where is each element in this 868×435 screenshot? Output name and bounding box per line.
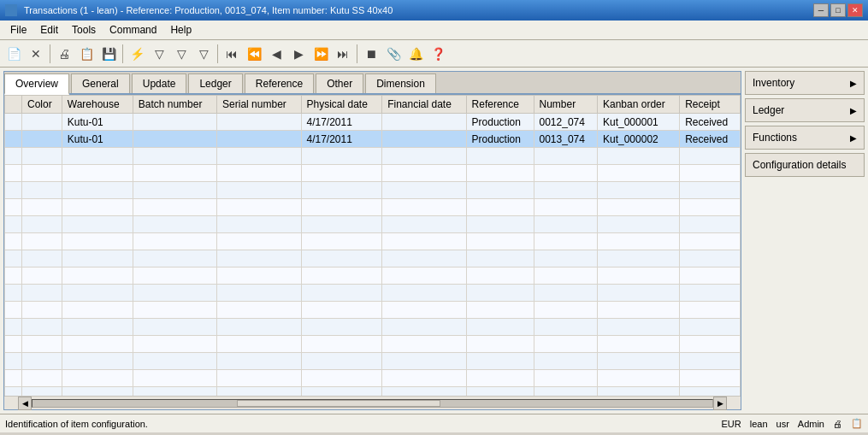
empty-cell	[5, 370, 22, 387]
col-warehouse[interactable]: Warehouse	[62, 96, 133, 114]
tb-printprev[interactable]: 📋	[76, 44, 97, 64]
ledger-button[interactable]: Ledger ▶	[745, 98, 865, 122]
functions-button[interactable]: Functions ▶	[745, 126, 865, 150]
window-title: Transactions (1 - lean) - Reference: Pro…	[24, 5, 393, 15]
status-currency: EUR	[722, 419, 741, 429]
tb-prev-page[interactable]: ⏪	[244, 44, 264, 64]
tb-stop[interactable]: ⏹	[361, 44, 381, 64]
empty-cell	[22, 319, 62, 336]
col-number[interactable]: Number	[534, 96, 597, 114]
app-icon	[5, 4, 17, 16]
empty-cell	[680, 199, 741, 216]
empty-cell	[22, 182, 62, 199]
cell-value	[382, 131, 466, 148]
empty-cell	[680, 250, 741, 267]
empty-cell	[62, 353, 133, 370]
empty-cell	[5, 353, 22, 370]
table-row-empty	[5, 233, 741, 250]
empty-cell	[22, 233, 62, 250]
col-fin-date[interactable]: Financial date	[382, 96, 466, 114]
tab-other[interactable]: Other	[316, 73, 363, 93]
tb-alert[interactable]: 🔔	[405, 44, 426, 64]
empty-cell	[534, 353, 597, 370]
empty-cell	[598, 233, 680, 250]
tb-help[interactable]: ❓	[428, 44, 448, 64]
empty-cell	[5, 250, 22, 267]
tb-filter2[interactable]: ▽	[149, 44, 169, 64]
col-serial[interactable]: Serial number	[217, 96, 301, 114]
col-batch[interactable]: Batch number	[133, 96, 216, 114]
scroll-left[interactable]: ◀	[18, 397, 32, 410]
scrollbar-thumb[interactable]	[237, 400, 441, 407]
empty-cell	[22, 336, 62, 353]
tb-attach[interactable]: 📎	[383, 44, 404, 64]
tab-dimension[interactable]: Dimension	[365, 73, 436, 93]
col-color[interactable]: Color	[22, 96, 62, 114]
empty-cell	[22, 387, 62, 397]
menu-help[interactable]: Help	[163, 22, 198, 38]
empty-cell	[5, 165, 22, 182]
tb-filter4[interactable]: ▽	[193, 44, 214, 64]
empty-cell	[466, 370, 534, 387]
tab-reference[interactable]: Reference	[245, 73, 314, 93]
menu-tools[interactable]: Tools	[65, 22, 103, 38]
tab-ledger[interactable]: Ledger	[188, 73, 242, 93]
empty-cell	[133, 148, 216, 165]
table-row[interactable]: Kutu-014/17/2011Production0012_074Kut_00…	[5, 114, 741, 131]
empty-cell	[466, 216, 534, 233]
empty-cell	[598, 182, 680, 199]
empty-cell	[382, 250, 466, 267]
empty-cell	[301, 285, 382, 302]
empty-cell	[382, 165, 466, 182]
scrollbar-track[interactable]	[32, 399, 713, 408]
tb-prev[interactable]: ◀	[266, 44, 286, 64]
menu-file[interactable]: File	[3, 22, 33, 38]
col-phys-date[interactable]: Physical date	[301, 96, 382, 114]
maximize-button[interactable]: □	[830, 3, 846, 17]
tb-delete[interactable]: ✕	[26, 44, 46, 64]
tb-next-page[interactable]: ⏩	[310, 44, 331, 64]
empty-cell	[217, 285, 301, 302]
col-reference[interactable]: Reference	[466, 96, 534, 114]
empty-cell	[301, 165, 382, 182]
col-kanban[interactable]: Kanban order	[598, 96, 680, 114]
empty-cell	[22, 267, 62, 285]
tb-filter1[interactable]: ⚡	[127, 44, 147, 64]
tb-new[interactable]: 📄	[3, 44, 24, 64]
tb-print[interactable]: 🖨	[54, 44, 74, 64]
tb-filter3[interactable]: ▽	[171, 44, 192, 64]
table-row[interactable]: Kutu-014/17/2011Production0013_074Kut_00…	[5, 131, 741, 148]
tb-first[interactable]: ⏮	[221, 44, 242, 64]
grid-container[interactable]: Color Warehouse Batch number Serial numb…	[4, 95, 741, 396]
scroll-right[interactable]: ▶	[713, 397, 727, 410]
table-row-empty	[5, 302, 741, 319]
table-row-empty	[5, 165, 741, 182]
tb-save[interactable]: 💾	[98, 44, 119, 64]
inventory-arrow-icon: ▶	[850, 79, 857, 88]
col-receipt[interactable]: Receipt	[680, 96, 741, 114]
tb-last[interactable]: ⏭	[333, 44, 353, 64]
inventory-button[interactable]: Inventory ▶	[745, 71, 865, 95]
menu-command[interactable]: Command	[103, 22, 163, 38]
empty-cell	[301, 387, 382, 397]
config-details-button[interactable]: Configuration details	[745, 153, 865, 177]
row-checkbox[interactable]	[5, 131, 22, 148]
close-button[interactable]: ✕	[847, 3, 863, 17]
row-checkbox[interactable]	[5, 114, 22, 131]
minimize-button[interactable]: ─	[813, 3, 829, 17]
empty-cell	[133, 165, 216, 182]
cell-value: Received	[680, 114, 741, 131]
horizontal-scrollbar[interactable]: ◀ ▶	[4, 396, 741, 409]
table-row-empty	[5, 319, 741, 336]
tab-update[interactable]: Update	[132, 73, 187, 93]
menu-edit[interactable]: Edit	[33, 22, 65, 38]
tb-next[interactable]: ▶	[288, 44, 309, 64]
empty-cell	[5, 336, 22, 353]
empty-cell	[466, 353, 534, 370]
tab-general[interactable]: General	[71, 73, 130, 93]
empty-cell	[133, 182, 216, 199]
empty-cell	[217, 165, 301, 182]
empty-cell	[301, 319, 382, 336]
tab-overview[interactable]: Overview	[4, 73, 69, 95]
empty-cell	[5, 267, 22, 285]
